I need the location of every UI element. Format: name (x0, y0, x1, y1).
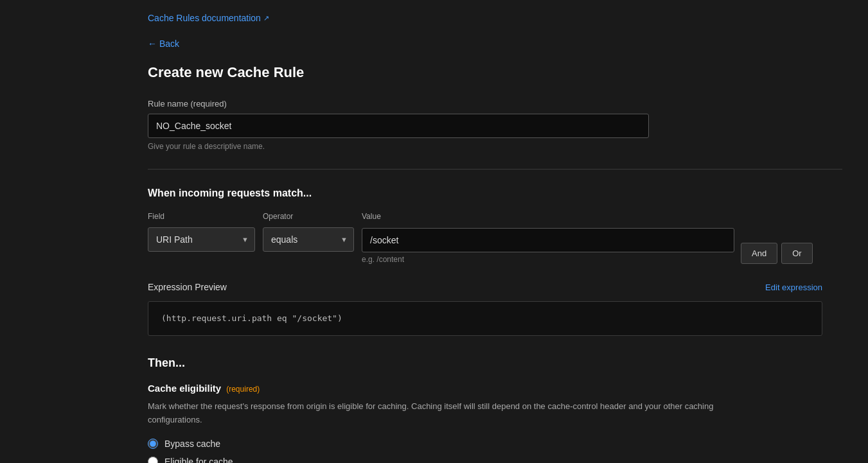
section-divider (148, 169, 842, 170)
back-link-text: Back (159, 39, 179, 49)
condition-row: Field URI Path URI Full Hostname IP Sour… (148, 212, 842, 264)
field-select[interactable]: URI Path URI Full Hostname IP Source Add… (148, 227, 255, 252)
then-title: Then... (148, 356, 842, 370)
rule-name-section: Rule name (required) Give your rule a de… (148, 99, 842, 151)
back-link[interactable]: ← Back (148, 39, 179, 49)
rule-name-label: Rule name (required) (148, 99, 842, 109)
cache-eligibility-title: Cache eligibility (148, 383, 221, 394)
when-section: When incoming requests match... Field UR… (148, 188, 842, 264)
and-button[interactable]: And (741, 243, 777, 264)
bypass-cache-label: Bypass cache (164, 439, 220, 449)
field-group: Field URI Path URI Full Hostname IP Sour… (148, 212, 255, 252)
cache-eligibility-required: (required) (226, 385, 260, 394)
value-group: Value e.g. /content And Or (362, 212, 813, 264)
cache-eligibility-desc: Mark whether the request's response from… (148, 400, 758, 427)
cache-eligibility-header: Cache eligibility (required) (148, 383, 842, 394)
value-col-label: Value (362, 212, 813, 221)
operator-col-label: Operator (263, 212, 354, 221)
doc-link-text: Cache Rules documentation (148, 13, 261, 23)
external-link-icon: ↗ (263, 14, 269, 22)
rule-name-input[interactable] (148, 114, 649, 138)
bypass-cache-option[interactable]: Bypass cache (148, 439, 842, 449)
or-button[interactable]: Or (781, 243, 812, 264)
expression-preview-label: Expression Preview (148, 282, 227, 292)
field-select-wrapper: URI Path URI Full Hostname IP Source Add… (148, 227, 255, 252)
expression-header: Expression Preview Edit expression (148, 282, 822, 292)
value-helper-text: e.g. /content (362, 255, 734, 264)
back-arrow-icon: ← (148, 39, 157, 49)
radio-group: Bypass cache Eligible for cache (148, 439, 842, 463)
when-section-title: When incoming requests match... (148, 188, 842, 199)
operator-group: Operator equals contains starts with end… (263, 212, 354, 252)
edit-expression-link[interactable]: Edit expression (765, 283, 822, 292)
expression-code: (http.request.uri.path eq "/socket") (161, 313, 342, 323)
expression-preview-box: (http.request.uri.path eq "/socket") (148, 301, 822, 336)
eligible-cache-radio[interactable] (148, 457, 158, 463)
expression-preview-section: Expression Preview Edit expression (http… (148, 282, 822, 336)
eligible-cache-label: Eligible for cache (164, 457, 233, 463)
bypass-cache-radio[interactable] (148, 439, 158, 449)
eligible-for-cache-option[interactable]: Eligible for cache (148, 457, 842, 463)
operator-select[interactable]: equals contains starts with ends with ma… (263, 227, 354, 252)
field-col-label: Field (148, 212, 255, 221)
rule-name-helper: Give your rule a descriptive name. (148, 142, 842, 151)
value-input[interactable] (362, 228, 734, 252)
page-title: Create new Cache Rule (148, 64, 842, 81)
and-or-group: And Or (741, 243, 813, 264)
then-section: Then... Cache eligibility (required) Mar… (148, 356, 842, 463)
operator-select-wrapper: equals contains starts with ends with ma… (263, 227, 354, 252)
cache-rules-doc-link[interactable]: Cache Rules documentation ↗ (148, 13, 269, 23)
